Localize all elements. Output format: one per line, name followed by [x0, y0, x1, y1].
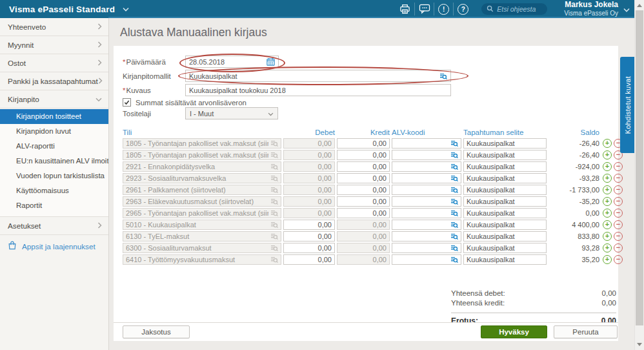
- chat-icon[interactable]: [414, 3, 434, 15]
- remove-row-button[interactable]: −: [614, 243, 623, 252]
- sidebar-item-eu-n-kausittainen-alv-ilmoitus[interactable]: EU:n kausittainen ALV ilmoitus: [0, 154, 108, 169]
- add-row-button[interactable]: +: [603, 174, 612, 183]
- sidebar-item-kirjanpidon-luvut[interactable]: Kirjanpidon luvut: [0, 124, 108, 139]
- app-menu-chevron-down-icon[interactable]: [123, 7, 129, 12]
- vat-code-input[interactable]: [392, 161, 461, 172]
- vat-code-lookup-icon[interactable]: [450, 198, 458, 205]
- remove-row-button[interactable]: −: [614, 209, 623, 218]
- entry-description-input[interactable]: Kuukausipalkat: [463, 173, 547, 183]
- matched-images-tab[interactable]: Kohdistetut kuvat: [620, 57, 635, 153]
- add-row-button[interactable]: +: [603, 162, 612, 171]
- add-row-button[interactable]: +: [603, 255, 612, 264]
- add-row-button[interactable]: +: [603, 232, 612, 241]
- vat-code-lookup-icon[interactable]: [450, 163, 458, 170]
- vat-code-input[interactable]: [392, 231, 461, 242]
- approve-button[interactable]: Hyväksy: [481, 325, 547, 338]
- add-row-button[interactable]: +: [603, 139, 612, 148]
- vertical-scrollbar[interactable]: [634, 0, 644, 350]
- scroll-up-arrow-icon[interactable]: [637, 4, 642, 7]
- sidebar-item-vuoden-lopun-tarkistuslista[interactable]: Vuoden lopun tarkistuslista: [0, 169, 108, 183]
- entry-description-input[interactable]: Kuukausipalkat: [463, 161, 547, 172]
- remove-row-button[interactable]: −: [614, 197, 623, 206]
- notifications-icon[interactable]: !: [434, 3, 453, 15]
- vat-code-lookup-icon[interactable]: [450, 209, 458, 217]
- vat-code-lookup-icon[interactable]: [450, 244, 458, 252]
- remove-row-button[interactable]: −: [614, 162, 623, 171]
- sidebar-item-pankki-ja-kassatapahtumat[interactable]: Pankki ja kassatapahtumat: [0, 72, 108, 90]
- debit-input[interactable]: 0,00: [283, 231, 335, 242]
- entry-description-input[interactable]: Kuukausipalkat: [463, 150, 547, 160]
- entry-description-input[interactable]: Kuukausipalkat: [463, 138, 547, 149]
- remove-row-button[interactable]: −: [614, 232, 623, 241]
- remove-row-button[interactable]: −: [614, 220, 623, 229]
- add-row-button[interactable]: +: [603, 150, 612, 160]
- vat-code-input[interactable]: [392, 150, 461, 160]
- sidebar-item-raportit[interactable]: Raportit: [0, 198, 108, 213]
- sidebar-item-ostot[interactable]: Ostot: [0, 54, 108, 72]
- debit-input[interactable]: 0,00: [283, 220, 335, 230]
- remove-row-button[interactable]: −: [614, 174, 623, 183]
- voucher-type-select[interactable]: I - Muut: [185, 107, 278, 119]
- vat-code-input[interactable]: [392, 254, 461, 265]
- vat-code-input[interactable]: [392, 208, 461, 218]
- scrollbar-thumb[interactable]: [636, 10, 643, 325]
- accrual-button[interactable]: Jaksotus: [123, 325, 190, 338]
- sidebar-item-yhteenveto[interactable]: Yhteenveto: [0, 18, 108, 36]
- sidebar-item-alv-raportti[interactable]: ALV-raportti: [0, 139, 108, 154]
- entry-description-input[interactable]: Kuukausipalkat: [463, 231, 547, 242]
- description-input[interactable]: Kuukausipalkat toukokuu 2018: [185, 84, 451, 96]
- vat-code-input[interactable]: [392, 196, 461, 207]
- vat-code-lookup-icon[interactable]: [450, 221, 458, 229]
- remove-row-button[interactable]: −: [614, 255, 623, 264]
- vat-code-input[interactable]: [392, 220, 461, 230]
- add-row-button[interactable]: +: [603, 220, 612, 229]
- vat-included-checkbox[interactable]: [123, 98, 131, 107]
- credit-input[interactable]: 0,00: [337, 150, 390, 160]
- vat-code-lookup-icon[interactable]: [450, 174, 458, 182]
- vat-code-lookup-icon[interactable]: [450, 256, 458, 263]
- credit-input[interactable]: 0,00: [337, 161, 390, 172]
- help-search-input[interactable]: Etsi ohjeesta: [481, 3, 547, 15]
- templates-lookup-icon[interactable]: [439, 72, 447, 80]
- scroll-down-arrow-icon[interactable]: [637, 343, 642, 346]
- help-icon[interactable]: ?: [453, 3, 472, 15]
- templates-input[interactable]: Kuukausipalkat: [185, 70, 451, 82]
- add-row-button[interactable]: +: [603, 243, 612, 252]
- user-menu-chevron-down-icon[interactable]: [623, 3, 630, 15]
- credit-input[interactable]: 0,00: [337, 185, 390, 195]
- remove-row-button[interactable]: −: [614, 185, 623, 194]
- sidebar-item-kirjanpito[interactable]: Kirjanpito: [0, 90, 108, 108]
- sidebar-item-asetukset[interactable]: Asetukset: [0, 217, 108, 235]
- credit-input[interactable]: 0,00: [337, 208, 390, 218]
- credit-input[interactable]: 0,00: [337, 196, 390, 207]
- entry-description-input[interactable]: Kuukausipalkat: [463, 254, 547, 265]
- entry-description-input[interactable]: Kuukausipalkat: [463, 185, 547, 195]
- vat-code-input[interactable]: [392, 173, 461, 183]
- sidebar-item-k-ytt-omaisuus[interactable]: Käyttöomaisuus: [0, 183, 108, 198]
- date-input[interactable]: 28.05.2018: [185, 56, 279, 68]
- debit-input[interactable]: 0,00: [283, 254, 335, 265]
- debit-input[interactable]: 0,00: [283, 243, 335, 253]
- vat-code-lookup-icon[interactable]: [450, 151, 458, 159]
- add-row-button[interactable]: +: [603, 185, 612, 194]
- entry-description-input[interactable]: Kuukausipalkat: [463, 243, 547, 253]
- sidebar-item-kirjanpidon-tositteet[interactable]: Kirjanpidon tositteet: [0, 109, 108, 124]
- vat-code-lookup-icon[interactable]: [450, 139, 458, 147]
- user-menu[interactable]: Markus Jokela Visma ePasseli Oy: [564, 1, 618, 17]
- entry-description-input[interactable]: Kuukausipalkat: [463, 220, 547, 230]
- vat-code-lookup-icon[interactable]: [450, 232, 458, 240]
- vat-code-input[interactable]: [392, 138, 461, 149]
- calendar-icon[interactable]: [267, 57, 275, 66]
- vat-code-lookup-icon[interactable]: [450, 186, 458, 194]
- print-icon[interactable]: [396, 3, 414, 15]
- entry-description-input[interactable]: Kuukausipalkat: [463, 196, 547, 207]
- credit-input[interactable]: 0,00: [337, 173, 390, 183]
- add-row-button[interactable]: +: [603, 197, 612, 206]
- cancel-button[interactable]: Peruuta: [554, 325, 618, 338]
- vat-code-input[interactable]: [392, 243, 461, 253]
- vat-code-input[interactable]: [392, 185, 461, 195]
- sidebar-item-apps[interactable]: Appsit ja laajennukset: [0, 235, 108, 257]
- credit-input[interactable]: 0,00: [337, 138, 390, 149]
- sidebar-item-myynnit[interactable]: Myynnit: [0, 36, 108, 54]
- add-row-button[interactable]: +: [603, 209, 612, 218]
